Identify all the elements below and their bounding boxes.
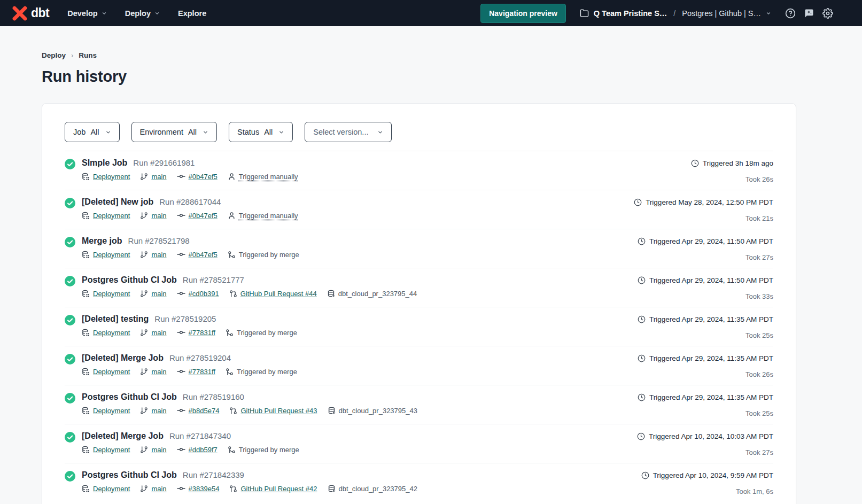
run-row-left: [Deleted] testing Run #278519205 Deploym… bbox=[65, 314, 297, 339]
branch-link-item[interactable]: main bbox=[140, 173, 166, 181]
trigger-manual[interactable]: Triggered manually bbox=[228, 173, 298, 181]
branch-link[interactable]: main bbox=[151, 446, 166, 454]
commit-link-item[interactable]: #cd0b391 bbox=[177, 289, 219, 298]
branch-link[interactable]: main bbox=[151, 251, 166, 259]
pr-link[interactable]: GitHub Pull Request #44 bbox=[240, 290, 317, 298]
branch-link-item[interactable]: main bbox=[140, 251, 166, 259]
dbt-logo[interactable]: dbt bbox=[12, 5, 49, 21]
pr-link-item[interactable]: GitHub Pull Request #42 bbox=[229, 485, 317, 493]
run-job-title[interactable]: Postgres Github CI Job bbox=[82, 392, 177, 402]
nav-menu-explore[interactable]: Explore bbox=[178, 9, 206, 18]
commit-link[interactable]: #77831ff bbox=[189, 368, 215, 376]
success-icon bbox=[65, 198, 75, 208]
commit-link[interactable]: #0b47ef5 bbox=[189, 212, 218, 220]
environment-link-item[interactable]: Deployment bbox=[82, 212, 130, 220]
branch-link[interactable]: main bbox=[151, 485, 166, 493]
commit-link-item[interactable]: #b8d5e74 bbox=[177, 406, 220, 415]
branch-link-item[interactable]: main bbox=[140, 329, 166, 337]
branch-link-item[interactable]: main bbox=[140, 290, 166, 298]
status-filter[interactable]: Status All bbox=[229, 122, 293, 142]
environment-link[interactable]: Deployment bbox=[93, 368, 130, 376]
environment-link-item[interactable]: Deployment bbox=[82, 407, 130, 415]
environment-link[interactable]: Deployment bbox=[93, 251, 130, 259]
environment-link[interactable]: Deployment bbox=[93, 290, 130, 298]
branch-link[interactable]: main bbox=[151, 212, 166, 220]
pr-link[interactable]: GitHub Pull Request #42 bbox=[240, 485, 317, 493]
environment-link[interactable]: Deployment bbox=[93, 485, 130, 493]
breadcrumb-runs[interactable]: Runs bbox=[79, 51, 97, 59]
run-number: Run #291661981 bbox=[133, 158, 195, 167]
environment-link-item[interactable]: Deployment bbox=[82, 485, 130, 493]
environment-link[interactable]: Deployment bbox=[93, 173, 130, 181]
environment-link-item[interactable]: Deployment bbox=[82, 173, 130, 181]
commit-link-item[interactable]: #77831ff bbox=[177, 328, 215, 337]
branch-link[interactable]: main bbox=[151, 329, 166, 337]
commit-link-item[interactable]: #0b47ef5 bbox=[177, 172, 218, 181]
version-filter[interactable]: Select version... bbox=[305, 122, 392, 142]
commit-link[interactable]: #ddb59f7 bbox=[189, 446, 218, 454]
nav-menu-deploy[interactable]: Deploy bbox=[125, 9, 160, 18]
branch-icon bbox=[140, 329, 148, 337]
environment-link-item[interactable]: Deployment bbox=[82, 329, 130, 337]
pr-link-item[interactable]: GitHub Pull Request #43 bbox=[229, 407, 317, 415]
run-job-title[interactable]: SImple Job bbox=[82, 158, 127, 168]
branch-link-item[interactable]: main bbox=[140, 446, 166, 454]
run-row: [Deleted] testing Run #278519205 Deploym… bbox=[65, 307, 773, 346]
commit-link-item[interactable]: #3839e54 bbox=[177, 484, 220, 493]
chevron-down-icon[interactable] bbox=[766, 11, 771, 16]
environment-link[interactable]: Deployment bbox=[93, 329, 130, 337]
job-filter[interactable]: Job All bbox=[65, 122, 120, 142]
commit-link-item[interactable]: #ddb59f7 bbox=[177, 445, 218, 454]
run-job-title[interactable]: Postgres Github CI Job bbox=[82, 275, 177, 285]
commit-link[interactable]: #0b47ef5 bbox=[189, 251, 218, 259]
project-name[interactable]: Postgres | Github | S… bbox=[682, 9, 761, 18]
commit-link[interactable]: #77831ff bbox=[189, 329, 215, 337]
pr-link-item[interactable]: GitHub Pull Request #44 bbox=[229, 290, 317, 298]
gear-icon[interactable] bbox=[822, 8, 833, 19]
help-icon[interactable] bbox=[785, 8, 796, 19]
trigger-manual[interactable]: Triggered manually bbox=[228, 212, 298, 220]
environment-link-item[interactable]: Deployment bbox=[82, 446, 130, 454]
environment-link[interactable]: Deployment bbox=[93, 212, 130, 220]
run-row: [Deleted] New job Run #288617044 Deploym… bbox=[65, 190, 773, 229]
branch-link[interactable]: main bbox=[151, 290, 166, 298]
environment-link[interactable]: Deployment bbox=[93, 407, 130, 415]
nav-menu-develop[interactable]: Develop bbox=[67, 9, 106, 18]
pr-link[interactable]: GitHub Pull Request #43 bbox=[240, 407, 317, 415]
branch-link-item[interactable]: main bbox=[140, 407, 166, 415]
run-job-title[interactable]: Postgres Github CI Job bbox=[82, 470, 177, 480]
environment-link-item[interactable]: Deployment bbox=[82, 290, 130, 298]
branch-link[interactable]: main bbox=[151, 407, 166, 415]
trigger-manual-label[interactable]: Triggered manually bbox=[239, 173, 298, 181]
account-breadcrumb[interactable]: Q Team Pristine S… / Postgres | Github |… bbox=[580, 9, 771, 18]
branch-link[interactable]: main bbox=[151, 173, 166, 181]
schema-database-icon bbox=[327, 290, 335, 298]
run-job-title[interactable]: Merge job bbox=[82, 236, 122, 246]
navigation-preview-button[interactable]: Navigation preview bbox=[480, 4, 566, 23]
trigger-merge: Triggered by merge bbox=[228, 251, 299, 259]
environment-link-item[interactable]: Deployment bbox=[82, 368, 130, 376]
run-job-title[interactable]: [Deleted] testing bbox=[82, 314, 149, 324]
environment-link[interactable]: Deployment bbox=[93, 446, 130, 454]
breadcrumb-separator-icon: › bbox=[71, 51, 73, 59]
branch-link-item[interactable]: main bbox=[140, 368, 166, 376]
commit-link-item[interactable]: #0b47ef5 bbox=[177, 211, 218, 220]
environment-filter[interactable]: Environment All bbox=[131, 122, 218, 142]
branch-link-item[interactable]: main bbox=[140, 485, 166, 493]
commit-link-item[interactable]: #77831ff bbox=[177, 367, 215, 376]
commit-link-item[interactable]: #0b47ef5 bbox=[177, 250, 218, 259]
commit-link[interactable]: #3839e54 bbox=[189, 485, 220, 493]
commit-link[interactable]: #cd0b391 bbox=[189, 290, 219, 298]
branch-link[interactable]: main bbox=[151, 368, 166, 376]
commit-link[interactable]: #0b47ef5 bbox=[189, 173, 218, 181]
environment-link-item[interactable]: Deployment bbox=[82, 251, 130, 259]
breadcrumb-deploy[interactable]: Deploy bbox=[42, 51, 66, 59]
run-job-title[interactable]: [Deleted] Merge Job bbox=[82, 431, 164, 441]
account-name[interactable]: Q Team Pristine S… bbox=[594, 9, 667, 18]
branch-link-item[interactable]: main bbox=[140, 212, 166, 220]
feedback-icon[interactable] bbox=[804, 8, 814, 19]
run-job-title[interactable]: [Deleted] Merge Job bbox=[82, 353, 164, 363]
trigger-manual-label[interactable]: Triggered manually bbox=[239, 212, 298, 220]
run-job-title[interactable]: [Deleted] New job bbox=[82, 197, 153, 207]
commit-link[interactable]: #b8d5e74 bbox=[189, 407, 220, 415]
